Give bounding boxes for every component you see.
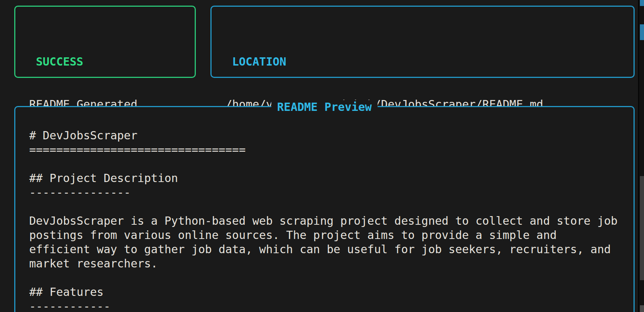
success-label: SUCCESS xyxy=(36,55,195,69)
readme-content: # DevJobsScraper========================… xyxy=(29,128,626,312)
readme-line: ------------ xyxy=(29,299,626,312)
readme-line: --------------- xyxy=(29,185,626,200)
readme-line xyxy=(29,200,626,214)
readme-line: ## Project Description xyxy=(29,171,626,185)
readme-preview-title: README Preview xyxy=(271,100,378,114)
scrollbar-mark-top[interactable] xyxy=(640,0,644,6)
readme-line xyxy=(29,157,626,171)
location-panel: LOCATION /home/younes/my_github/DevJobsS… xyxy=(210,6,635,78)
readme-line: efficient way to gather job data, which … xyxy=(29,242,626,257)
readme-line: market researchers. xyxy=(29,257,626,271)
location-label: LOCATION xyxy=(232,55,634,69)
terminal-page: { "colors": { "background": "#1a1a1a", "… xyxy=(0,0,644,312)
readme-line: # DevJobsScraper xyxy=(29,128,626,143)
success-panel: SUCCESS README Generated xyxy=(14,6,196,78)
scrollbar-mark-bottom[interactable] xyxy=(640,305,644,312)
scrollbar-thumb[interactable] xyxy=(640,176,644,280)
readme-line: ## Features xyxy=(29,285,626,299)
readme-line: postings from various online sources. Th… xyxy=(29,228,626,242)
readme-preview-panel: README Preview # DevJobsScraper=========… xyxy=(14,106,635,312)
scrollbar-mark-upper[interactable] xyxy=(640,24,644,40)
readme-line xyxy=(29,271,626,285)
readme-line: DevJobsScraper is a Python-based web scr… xyxy=(29,214,626,228)
scrollbar-track[interactable] xyxy=(638,0,644,312)
readme-line: ================================ xyxy=(29,143,626,157)
